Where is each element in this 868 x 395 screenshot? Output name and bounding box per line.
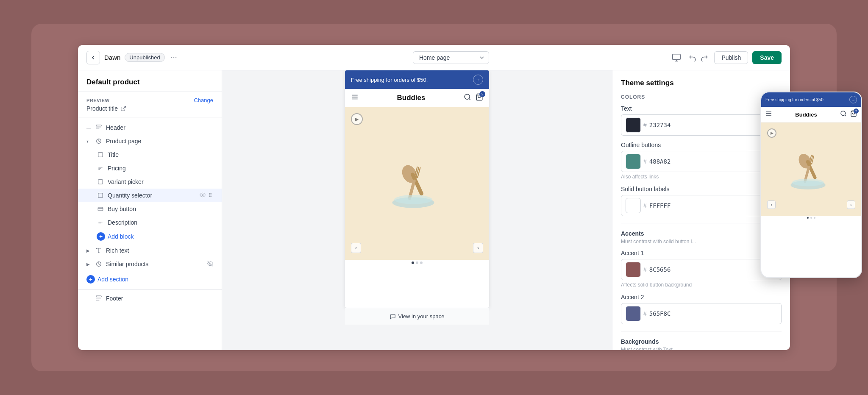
sidebar-item-description[interactable]: Description [78,216,222,229]
back-button[interactable] [86,51,100,64]
top-bar-right: Publish Save [671,51,782,64]
svg-line-37 [469,98,470,100]
svg-point-14 [202,194,203,196]
svg-point-51 [841,111,846,116]
accent1-color-input[interactable]: # 8C5656 [621,259,782,280]
add-block-plus-icon: + [97,232,105,241]
outline-note: Also affects links [621,174,782,180]
desktop-view-button[interactable] [670,51,683,64]
mobile-banner: Free shipping for orders of $50. → [761,92,861,107]
sidebar-item-similar-products[interactable]: ▶ Similar products [78,257,222,271]
add-block-label: Add block [108,233,134,240]
add-section-button[interactable]: + Add section [78,271,222,288]
hidden-icon[interactable] [207,261,213,268]
sidebar-item-title[interactable]: Title [78,148,222,161]
svg-point-36 [465,94,470,99]
sidebar-item-footer[interactable]: — Footer [78,292,222,305]
description-icon [97,219,104,226]
change-link[interactable]: Change [194,97,213,103]
mobile-prev-button[interactable]: ‹ [767,200,776,209]
sidebar-item-header[interactable]: — Header [78,121,222,134]
nav-left-icons [351,93,359,103]
buy-button-icon [97,205,104,213]
svg-point-18 [211,195,211,195]
svg-line-52 [845,115,846,116]
mobile-carousel-nav: ‹ › [761,197,861,212]
mobile-dot-2 [810,217,812,219]
top-bar-center: Home page Product page Collection page [236,51,666,64]
save-button[interactable]: Save [752,51,782,64]
sidebar-item-quantity-selector[interactable]: Quantity selector [78,189,222,202]
product-image [379,152,455,215]
nav-right-icons: 2 [464,93,483,103]
sidebar-item-buy-button[interactable]: Buy button [78,202,222,216]
svg-rect-13 [98,193,103,198]
carousel-nav: ‹ › [345,239,489,256]
solid-color-input[interactable]: # FFFFFF [621,195,782,216]
product-page-label: Product page [106,138,213,145]
svg-rect-30 [96,296,101,297]
text-color-row: Text # 232734 [621,105,782,136]
preview-section: PREVIEW Change Product title [78,92,222,117]
eye-icon[interactable] [200,192,206,199]
mobile-next-button[interactable]: › [847,200,855,209]
quantity-selector-label: Quantity selector [108,192,196,199]
banner-text: Free shipping for orders of $50. [351,77,428,83]
publish-button[interactable]: Publish [714,51,748,64]
slider-dots [345,260,489,266]
add-block-button[interactable]: + Add block [78,229,222,244]
search-icon[interactable] [464,93,471,103]
product-page-chevron: ▾ [86,139,92,144]
footer-icon [95,295,103,302]
dot-2 [416,261,418,264]
variant-picker-label: Variant picker [108,178,213,185]
mobile-dot-1 [807,217,809,219]
mobile-product-svg [779,144,843,195]
page-select[interactable]: Home page Product page Collection page [413,51,489,64]
cart-icon[interactable]: 2 [476,93,483,103]
solid-color-value: FFFFFF [649,202,671,209]
banner-arrow: → [473,75,483,85]
mobile-search-icon[interactable] [840,110,847,119]
product-image-area: ▶ [345,107,489,260]
similar-products-label: Similar products [106,261,204,267]
view-in-space-button[interactable]: View in your space [345,308,489,325]
sidebar-item-pricing[interactable]: Pricing [78,161,222,175]
add-section-plus-icon: + [86,275,95,284]
sidebar-tree: — Header ▾ Product page [78,117,222,309]
mobile-play-button[interactable]: ▶ [767,128,776,138]
hamburger-icon[interactable] [351,93,359,103]
divider-2 [621,331,782,331]
theme-name: Dawn [104,54,120,61]
undo-button[interactable] [687,52,698,63]
solid-button-color-row: Solid button labels # FFFFFF [621,186,782,216]
buy-button-label: Buy button [108,206,213,212]
next-button[interactable]: › [473,243,483,253]
more-button[interactable]: ··· [169,53,179,62]
play-button[interactable]: ▶ [351,113,363,125]
preview-frame: Free shipping for orders of $50. → Buddi… [345,70,489,308]
mobile-store-logo: Buddies [795,111,817,118]
similar-products-actions [207,261,213,268]
mobile-nav: Buddies 2 [761,107,861,122]
outline-color-input[interactable]: # 488A82 [621,151,782,172]
undo-redo-group [687,52,710,63]
accent2-color-input[interactable]: # 565F8C [621,303,782,324]
divider-1 [621,223,782,223]
outline-buttons-label: Outline buttons [621,142,782,148]
prev-button[interactable]: ‹ [351,243,361,253]
drag-icon[interactable] [207,192,213,199]
title-label: Title [108,151,213,158]
redo-button[interactable] [699,52,710,63]
text-color-input[interactable]: # 232734 [621,114,782,136]
unpublished-badge: Unpublished [125,53,164,62]
sidebar-item-rich-text[interactable]: ▶ Rich text [78,244,222,257]
sidebar-item-variant-picker[interactable]: Variant picker [78,175,222,189]
sidebar-item-product-page[interactable]: ▾ Product page [78,134,222,148]
store-banner: Free shipping for orders of $50. → [345,70,489,89]
mobile-hamburger-icon[interactable] [765,110,772,119]
mobile-cart-icon[interactable]: 2 [850,110,857,119]
add-section-label: Add section [97,276,128,283]
panel-title: Theme settings [621,79,782,87]
view-in-space-label: View in your space [398,313,445,320]
